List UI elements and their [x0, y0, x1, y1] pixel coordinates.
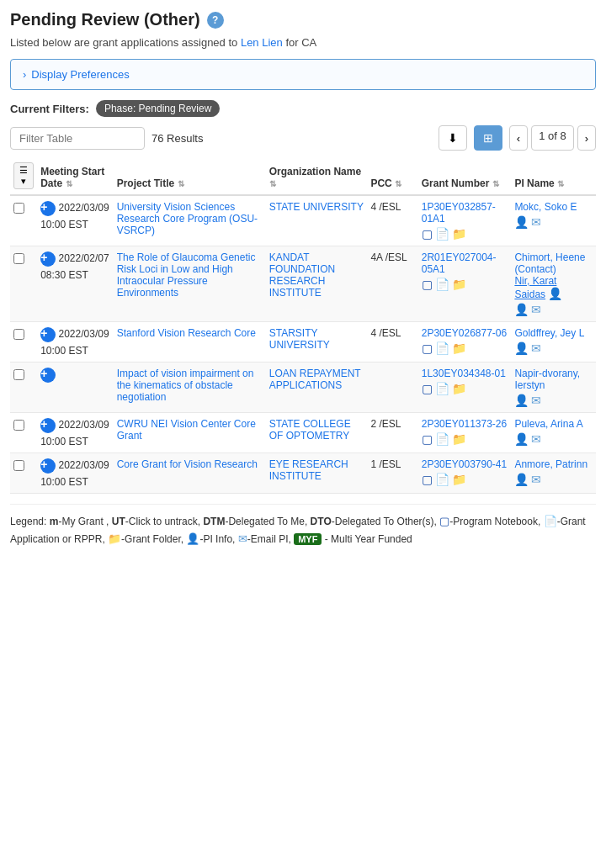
results-count: 76 Results: [152, 132, 432, 145]
table-controls: 76 Results ⬇ ⊞ ‹ 1 of 8 ›: [10, 125, 596, 151]
pi-name-link[interactable]: Chimort, Heene (Contact): [514, 251, 585, 275]
display-prefs-toggle[interactable]: › Display Preferences: [10, 59, 596, 90]
pcc-value: 2 /ESL: [367, 413, 417, 453]
pi-icons: 👤 ✉: [514, 341, 593, 355]
email-icon[interactable]: ✉: [531, 432, 541, 446]
row-checkbox[interactable]: [13, 253, 24, 264]
notebook-icon[interactable]: ▢: [422, 473, 433, 486]
grant-number-link[interactable]: 1P30EY032857-01A1: [422, 201, 496, 225]
grant-icons: ▢ 📄 📁: [422, 382, 508, 395]
person-icon[interactable]: 👤: [514, 473, 529, 486]
meeting-time: 10:00 EST: [40, 476, 88, 488]
project-title-link[interactable]: University Vision Sciences Research Core…: [117, 201, 258, 236]
add-icon[interactable]: +: [40, 418, 56, 433]
table-row: + 2022/03/0910:00 ESTCWRU NEI Vision Cen…: [10, 413, 596, 453]
person-icon-extra[interactable]: 👤: [548, 287, 562, 300]
help-icon[interactable]: ?: [207, 12, 224, 29]
notebook-icon[interactable]: ▢: [422, 432, 433, 446]
project-title-link[interactable]: Core Grant for Vision Research: [117, 458, 258, 470]
subtitle-link[interactable]: Len Lien: [241, 36, 283, 49]
person-icon[interactable]: 👤: [514, 394, 529, 407]
project-title-link[interactable]: CWRU NEI Vision Center Core Grant: [117, 418, 256, 442]
results-table: ☰ ▾ Meeting Start Date ⇅ Project Title ⇅…: [10, 157, 596, 494]
folder-icon[interactable]: 📁: [452, 278, 466, 291]
table-row: + 2022/03/0910:00 ESTStanford Vision Res…: [10, 322, 596, 363]
grant-number-link[interactable]: 2P30EY011373-26: [422, 418, 507, 430]
email-icon[interactable]: ✉: [531, 215, 541, 229]
add-icon[interactable]: +: [40, 458, 56, 474]
next-page-button[interactable]: ›: [577, 125, 596, 151]
person-icon[interactable]: 👤: [514, 341, 529, 355]
row-checkbox[interactable]: [13, 203, 24, 214]
row-checkbox[interactable]: [13, 369, 24, 380]
pdf-icon[interactable]: 📄: [435, 341, 449, 355]
add-icon[interactable]: +: [40, 251, 56, 267]
pi-icons: 👤 ✉: [514, 215, 593, 229]
folder-icon[interactable]: 📁: [452, 341, 466, 355]
email-icon[interactable]: ✉: [531, 473, 541, 486]
add-icon[interactable]: +: [40, 327, 56, 342]
filter-badge[interactable]: Phase: Pending Review: [96, 100, 220, 117]
grant-number-link[interactable]: 1L30EY034348-01: [422, 368, 506, 379]
prev-page-button[interactable]: ‹: [509, 125, 528, 151]
meeting-time: 10:00 EST: [40, 219, 88, 230]
person-icon[interactable]: 👤: [514, 215, 529, 229]
email-icon[interactable]: ✉: [531, 394, 541, 407]
display-prefs-chevron: ›: [23, 68, 26, 81]
project-title-link[interactable]: Stanford Vision Research Core: [117, 327, 256, 339]
email-icon[interactable]: ✉: [531, 341, 541, 355]
th-checkbox: ☰ ▾: [10, 157, 37, 195]
pi-name-link[interactable]: Puleva, Arina A: [514, 418, 582, 430]
organization-name: STATE COLLEGE OF OPTOMETRY: [269, 418, 351, 442]
myf-badge: MYF: [294, 533, 322, 545]
column-menu-button[interactable]: ☰ ▾: [13, 162, 34, 189]
download-button[interactable]: ⬇: [439, 125, 467, 151]
add-icon[interactable]: +: [40, 201, 56, 216]
project-title-link[interactable]: The Role of Glaucoma Genetic Risk Loci i…: [117, 251, 256, 299]
notebook-icon[interactable]: ▢: [422, 227, 433, 241]
pi-extra-link[interactable]: Nir, Karat: [514, 275, 556, 287]
notebook-icon[interactable]: ▢: [422, 341, 433, 355]
person-icon[interactable]: 👤: [514, 432, 529, 446]
folder-icon[interactable]: 📁: [452, 227, 466, 241]
th-project-title: Project Title ⇅: [114, 157, 266, 195]
notebook-icon[interactable]: ▢: [422, 278, 433, 291]
pdf-icon[interactable]: 📄: [435, 227, 449, 241]
meeting-time: 08:30 EST: [40, 269, 88, 281]
row-checkbox[interactable]: [13, 460, 24, 471]
grant-number-link[interactable]: 2R01EY027004-05A1: [422, 251, 497, 275]
pi-name-link[interactable]: Goldffrey, Jey L: [514, 327, 584, 339]
add-icon[interactable]: +: [40, 368, 56, 383]
page-info[interactable]: 1 of 8: [531, 125, 574, 151]
th-organization-name: Organization Name ⇅: [266, 157, 368, 195]
folder-icon[interactable]: 📁: [452, 382, 466, 395]
row-checkbox[interactable]: [13, 329, 24, 340]
email-icon[interactable]: ✉: [531, 303, 541, 316]
pdf-icon[interactable]: 📄: [435, 382, 449, 395]
project-title-link[interactable]: Impact of vision impairment on the kinem…: [117, 368, 254, 403]
pdf-icon[interactable]: 📄: [435, 432, 449, 446]
pi-extra2-link[interactable]: Saidas: [514, 288, 545, 300]
pi-name-link[interactable]: Napir-dvorany, Ierstyn: [514, 368, 580, 391]
pi-name-link[interactable]: Anmore, Patrinn: [514, 458, 587, 470]
pdf-icon[interactable]: 📄: [435, 473, 449, 486]
grant-number-link[interactable]: 2P30EY026877-06: [422, 327, 507, 339]
pi-icons: 👤 ✉: [514, 394, 593, 407]
table-row: + 2022/03/0910:00 ESTCore Grant for Visi…: [10, 453, 596, 494]
grant-icons: ▢ 📄 📁: [422, 473, 508, 486]
folder-icon[interactable]: 📁: [452, 432, 466, 446]
row-checkbox[interactable]: [13, 420, 24, 431]
pcc-value: 4 /ESL: [367, 195, 417, 246]
pdf-icon[interactable]: 📄: [435, 278, 449, 291]
legend: Legend: m-My Grant , UT-Click to untrack…: [10, 504, 596, 548]
page-title: Pending Review (Other) ?: [10, 10, 224, 29]
notebook-icon[interactable]: ▢: [422, 382, 433, 395]
grid-view-button[interactable]: ⊞: [474, 125, 502, 151]
person-icon[interactable]: 👤: [514, 303, 529, 316]
pagination: ‹ 1 of 8 ›: [509, 125, 596, 151]
organization-name: EYE RESEARCH INSTITUTE: [269, 458, 348, 482]
pi-name-link[interactable]: Mokc, Soko E: [514, 201, 577, 213]
folder-icon[interactable]: 📁: [452, 473, 466, 486]
filter-input[interactable]: [10, 127, 145, 150]
grant-number-link[interactable]: 2P30EY003790-41: [422, 458, 507, 470]
